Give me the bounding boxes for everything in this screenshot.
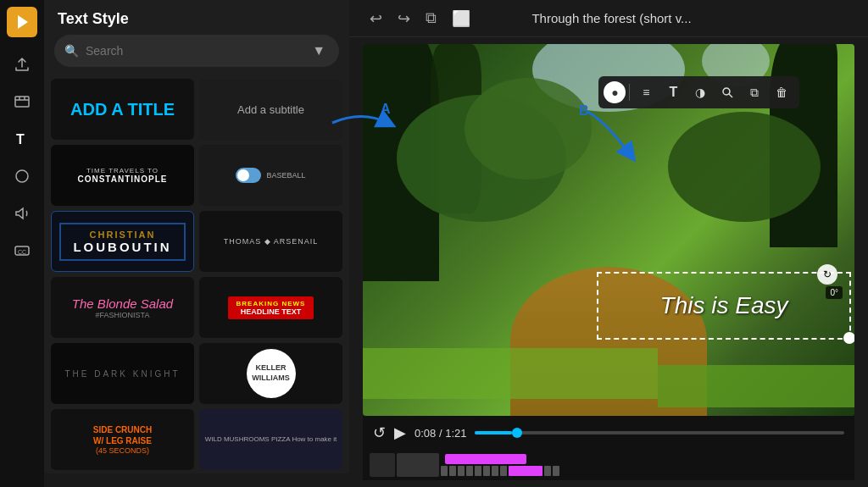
paste-button[interactable]: ⬜ bbox=[448, 6, 474, 31]
tile-keller-line2: WILLIAMS bbox=[252, 374, 290, 384]
svg-point-6 bbox=[16, 170, 28, 182]
panel-title: Text Style bbox=[58, 10, 129, 28]
ftb-effect-button[interactable]: ◑ bbox=[687, 80, 713, 105]
svg-text:B: B bbox=[579, 103, 589, 118]
copy-button[interactable]: ⧉ bbox=[422, 6, 440, 30]
restart-button[interactable]: ↺ bbox=[373, 423, 386, 442]
search-icon: 🔍 bbox=[64, 44, 79, 58]
svg-marker-0 bbox=[18, 15, 28, 29]
tile-breaking-news-label: BREAKING NEWS bbox=[236, 300, 306, 307]
tile-dark-knight[interactable]: THE DARK KNIGHT bbox=[51, 343, 194, 404]
ftb-align-button[interactable]: ≡ bbox=[633, 80, 659, 105]
ftb-copy-button[interactable]: ⧉ bbox=[742, 80, 767, 105]
text-style-panel-inner: Text Style 🔍 ▼ ADD A TITLE Add a subtitl… bbox=[44, 0, 349, 473]
header-tools: ↩ ↪ ⧉ ⬜ bbox=[366, 6, 474, 31]
total-time: 1:21 bbox=[445, 427, 466, 440]
sidebar-item-text[interactable]: T bbox=[5, 122, 39, 156]
tile-side-crunch-sub: (45 SECONDS) bbox=[93, 446, 152, 455]
sidebar-item-shapes[interactable] bbox=[5, 159, 39, 193]
search-bar: 🔍 ▼ bbox=[54, 35, 339, 67]
ftb-divider-1 bbox=[629, 84, 630, 101]
tile-keller[interactable]: KELLER WILLIAMS bbox=[199, 343, 342, 404]
tile-christian-inner: CHRISTIAN LOUBOUTIN bbox=[59, 223, 185, 261]
tile-breaking-news-text: HEADLINE TEXT bbox=[236, 307, 306, 316]
video-title: Through the forest (short v... bbox=[531, 11, 691, 25]
play-button[interactable]: ▶ bbox=[394, 423, 406, 442]
sidebar-item-audio[interactable] bbox=[5, 196, 39, 230]
text-style-panel: Text Style 🔍 ▼ ADD A TITLE Add a subtitl… bbox=[44, 0, 349, 487]
resize-handle[interactable] bbox=[843, 332, 854, 344]
tile-christian-name: CHRISTIAN bbox=[73, 230, 171, 240]
ftb-text-button[interactable]: T bbox=[660, 80, 686, 105]
progress-bar[interactable] bbox=[475, 431, 844, 434]
text-selection-box[interactable]: This is Easy bbox=[597, 272, 851, 340]
undo-button[interactable]: ↩ bbox=[366, 6, 386, 31]
editor-area: ↩ ↪ ⧉ ⬜ Through the forest (short v... bbox=[349, 0, 868, 487]
panel-header: Text Style bbox=[44, 0, 349, 35]
app-logo bbox=[7, 7, 37, 37]
ftb-circle-button[interactable]: ● bbox=[604, 81, 626, 103]
sidebar-item-upload[interactable] bbox=[5, 47, 39, 81]
tile-blonde-salad-main: The Blonde Salad bbox=[72, 296, 173, 311]
tile-time-travel-line2: CONSTANTINOPLE bbox=[77, 174, 167, 184]
ftb-search-button[interactable] bbox=[715, 80, 740, 105]
tile-add-subtitle-text: Add a subtitle bbox=[237, 103, 304, 116]
svg-line-11 bbox=[729, 94, 732, 97]
tile-blonde-salad-sub: #FASHIONISTA bbox=[72, 311, 173, 319]
tile-time-travel-inner: TIME TRAVELS TO CONSTANTINOPLE bbox=[74, 163, 170, 187]
tile-blonde-salad[interactable]: The Blonde Salad #FASHIONISTA bbox=[51, 277, 194, 338]
selected-text: This is Easy bbox=[660, 292, 788, 319]
svg-text:T: T bbox=[16, 132, 25, 147]
sidebar-item-captions[interactable]: CC bbox=[5, 234, 39, 268]
tile-toggle-label: BASEBALL bbox=[266, 171, 305, 180]
tile-keller-line1: KELLER bbox=[252, 363, 290, 374]
tile-breaking-news[interactable]: BREAKING NEWS HEADLINE TEXT bbox=[199, 277, 342, 338]
angle-badge: 0° bbox=[826, 286, 843, 299]
tile-christian[interactable]: CHRISTIAN LOUBOUTIN bbox=[51, 211, 194, 272]
tiles-grid: ADD A TITLE Add a subtitle TIME TRAVELS … bbox=[44, 75, 349, 473]
tile-mushroom-text: WILD MUSHROOMS PIZZA How to make it bbox=[205, 434, 337, 444]
progress-fill bbox=[475, 431, 512, 434]
ftb-delete-button[interactable]: 🗑 bbox=[769, 80, 794, 105]
svg-point-10 bbox=[723, 88, 730, 95]
tile-dark-knight-text: THE DARK KNIGHT bbox=[64, 369, 180, 379]
timeline-strip[interactable] bbox=[363, 450, 854, 480]
video-canvas[interactable]: ● ≡ T ◑ ⧉ 🗑 B Thi bbox=[363, 44, 854, 416]
tile-toggle[interactable]: BASEBALL bbox=[199, 145, 342, 206]
editor-header: ↩ ↪ ⧉ ⬜ Through the forest (short v... bbox=[349, 0, 868, 37]
time-display: 0:08 / 1:21 bbox=[415, 427, 466, 440]
tile-dark-horse-text: THOMAS ◆ ARSENAIL bbox=[224, 237, 319, 246]
tile-dark-horse[interactable]: THOMAS ◆ ARSENAIL bbox=[199, 211, 342, 272]
progress-dot bbox=[512, 428, 522, 438]
sidebar: T CC bbox=[0, 0, 44, 487]
sidebar-item-media[interactable] bbox=[5, 85, 39, 119]
rotate-handle[interactable]: ↻ bbox=[817, 264, 837, 285]
search-input[interactable] bbox=[86, 44, 302, 58]
annotation-b: B bbox=[579, 103, 664, 174]
svg-rect-1 bbox=[15, 97, 29, 107]
tile-time-travel-line1: TIME TRAVELS TO bbox=[77, 167, 167, 174]
tile-add-subtitle[interactable]: Add a subtitle bbox=[199, 79, 342, 140]
tile-side-crunch-main: SIDE CRUNCH W/ LEG RAISE bbox=[93, 424, 152, 446]
tile-time-travel[interactable]: TIME TRAVELS TO CONSTANTINOPLE bbox=[51, 145, 194, 206]
video-controls: ↺ ▶ 0:08 / 1:21 bbox=[363, 416, 854, 450]
tile-add-title-text: ADD A TITLE bbox=[70, 100, 175, 119]
filter-button[interactable]: ▼ bbox=[309, 40, 329, 62]
tile-christian-last: LOUBOUTIN bbox=[73, 240, 171, 254]
tile-mushroom[interactable]: WILD MUSHROOMS PIZZA How to make it bbox=[199, 409, 342, 470]
tile-add-title[interactable]: ADD A TITLE bbox=[51, 79, 194, 140]
tile-side-crunch[interactable]: SIDE CRUNCH W/ LEG RAISE (45 SECONDS) bbox=[51, 409, 194, 470]
svg-text:CC: CC bbox=[18, 249, 26, 255]
redo-button[interactable]: ↪ bbox=[394, 6, 414, 31]
current-time: 0:08 bbox=[415, 427, 436, 440]
